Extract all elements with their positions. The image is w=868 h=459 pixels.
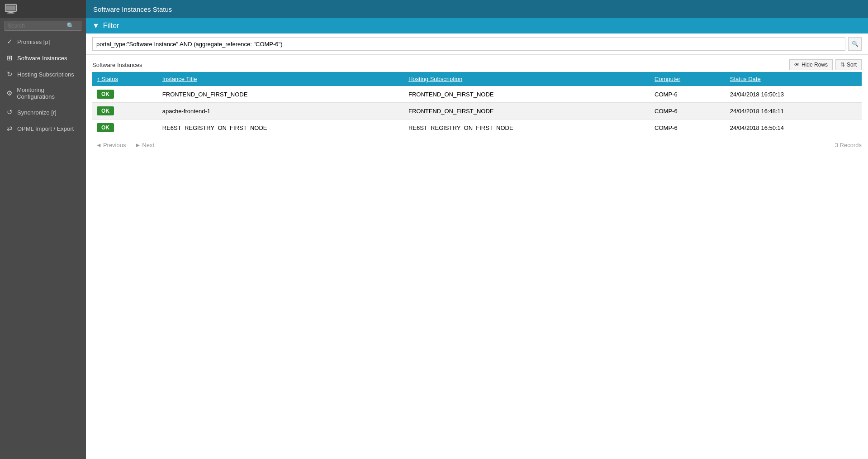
search-icon: 🔍 [852,41,859,47]
next-icon: ► [135,142,141,148]
previous-icon: ◄ [96,142,102,148]
cell-hosting-subscription: FRONTEND_ON_FIRST_NODE [404,103,650,120]
cell-status-date: 24/04/2018 16:48:11 [726,103,862,120]
nav-label-monitoring-configurations: Monitoring Configurations [17,86,81,100]
col-header-computer[interactable]: Computer [650,72,726,86]
col-header-status[interactable]: ↑ Status [92,72,158,86]
nav-label-opml-import-export: OPML Import / Export [17,125,74,132]
main-content: Software Instances Status ▼ Filter 🔍 Sof… [86,0,868,459]
table-body: OKFRONTEND_ON_FIRST_NODEFRONTEND_ON_FIRS… [92,86,862,136]
nav-icon-opml-import-export: ⇄ [5,124,14,133]
status-badge: OK [97,90,114,99]
section-header: Software Instances 👁 Hide Rows ⇅ Sort [92,59,862,70]
nav-icon-synchronize: ↺ [5,108,14,116]
svg-rect-1 [9,11,14,13]
records-count: 3 Records [835,142,862,148]
col-header-instance-title[interactable]: Instance Title [158,72,404,86]
sidebar: 🔍 ✓Promises [p]⊞Software Instances↻Hosti… [0,0,86,459]
svg-rect-3 [6,5,16,10]
table-row[interactable]: OKRE6ST_REGISTRY_ON_FIRST_NODERE6ST_REGI… [92,120,862,136]
cell-status: OK [92,86,158,103]
table-header: ↑ StatusInstance TitleHosting Subscripti… [92,72,862,86]
next-button[interactable]: ► Next [131,140,158,150]
section-title: Software Instances [92,62,142,68]
table-row[interactable]: OKapache-frontend-1FRONTEND_ON_FIRST_NOD… [92,103,862,120]
hide-rows-label: Hide Rows [802,62,828,68]
nav-label-promises: Promises [p] [17,38,50,45]
nav-icon-software-instances: ⊞ [5,54,14,62]
sidebar-search-area: 🔍 [0,18,86,33]
pagination: ◄ Previous ► Next 3 Records [92,136,862,154]
filter-bar[interactable]: ▼ Filter [86,18,868,33]
sidebar-header [0,0,86,18]
cell-computer: COMP-6 [650,86,726,103]
col-sort-link-hosting-subscription[interactable]: Hosting Subscription [408,76,462,82]
content-area: Software Instances 👁 Hide Rows ⇅ Sort ↑ … [86,55,868,459]
table-header-row: ↑ StatusInstance TitleHosting Subscripti… [92,72,862,86]
instances-table: ↑ StatusInstance TitleHosting Subscripti… [92,72,862,136]
nav-label-hosting-subscriptions: Hosting Subscriptions [17,71,74,78]
cell-instance-title: apache-frontend-1 [158,103,404,120]
sidebar-nav: ✓Promises [p]⊞Software Instances↻Hosting… [0,33,86,459]
hide-rows-button[interactable]: 👁 Hide Rows [789,59,833,70]
next-label: Next [142,142,154,148]
cell-status-date: 24/04/2018 16:50:14 [726,120,862,136]
nav-label-software-instances: Software Instances [17,55,67,62]
nav-icon-hosting-subscriptions: ↻ [5,70,14,78]
table-row[interactable]: OKFRONTEND_ON_FIRST_NODEFRONTEND_ON_FIRS… [92,86,862,103]
cell-status: OK [92,103,158,120]
sidebar-item-hosting-subscriptions[interactable]: ↻Hosting Subscriptions [0,66,86,82]
cell-computer: COMP-6 [650,120,726,136]
app-icon [5,3,17,15]
page-title: Software Instances Status [93,5,172,13]
search-input[interactable] [92,37,845,51]
cell-computer: COMP-6 [650,103,726,120]
filter-icon: ▼ [92,22,100,30]
col-header-hosting-subscription[interactable]: Hosting Subscription [404,72,650,86]
col-sort-link-status[interactable]: ↑ Status [97,76,118,82]
sidebar-search-input[interactable] [8,23,66,29]
sidebar-item-software-instances[interactable]: ⊞Software Instances [0,50,86,66]
cell-instance-title: RE6ST_REGISTRY_ON_FIRST_NODE [158,120,404,136]
cell-instance-title: FRONTEND_ON_FIRST_NODE [158,86,404,103]
col-sort-link-instance-title[interactable]: Instance Title [162,76,197,82]
sort-button[interactable]: ⇅ Sort [835,59,862,70]
sidebar-item-promises[interactable]: ✓Promises [p] [0,33,86,50]
sidebar-item-synchronize[interactable]: ↺Synchronize [r] [0,104,86,120]
topbar: Software Instances Status [86,0,868,18]
cell-hosting-subscription: RE6ST_REGISTRY_ON_FIRST_NODE [404,120,650,136]
status-badge: OK [97,123,114,132]
search-button[interactable]: 🔍 [848,37,862,51]
nav-icon-monitoring-configurations: ⚙ [5,89,13,97]
cell-status-date: 24/04/2018 16:50:13 [726,86,862,103]
sort-label: Sort [847,62,857,68]
previous-button[interactable]: ◄ Previous [92,140,129,150]
status-badge: OK [97,106,114,115]
cell-status: OK [92,120,158,136]
eye-icon: 👁 [794,62,800,68]
col-sort-link-status-date[interactable]: Status Date [730,76,761,82]
nav-label-synchronize: Synchronize [r] [17,109,57,116]
previous-label: Previous [103,142,126,148]
sidebar-search-icon: 🔍 [66,22,74,29]
sort-icon: ⇅ [840,62,845,68]
search-area: 🔍 [86,33,868,55]
nav-icon-promises: ✓ [5,38,14,46]
section-actions: 👁 Hide Rows ⇅ Sort [789,59,862,70]
sidebar-item-monitoring-configurations[interactable]: ⚙Monitoring Configurations [0,82,86,104]
sidebar-item-opml-import-export[interactable]: ⇄OPML Import / Export [0,120,86,137]
filter-label: Filter [103,22,119,30]
svg-rect-2 [7,13,14,14]
col-header-status-date[interactable]: Status Date [726,72,862,86]
col-sort-link-computer[interactable]: Computer [655,76,680,82]
cell-hosting-subscription: FRONTEND_ON_FIRST_NODE [404,86,650,103]
